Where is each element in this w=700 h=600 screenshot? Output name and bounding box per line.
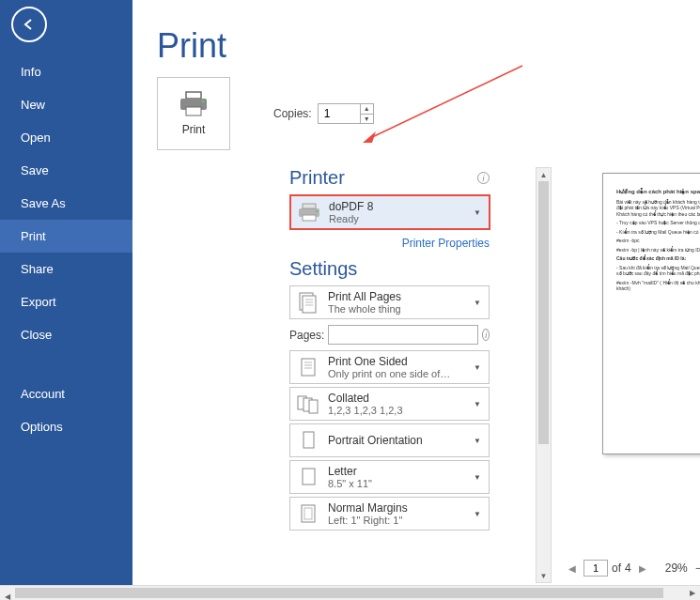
margins-icon [296, 501, 320, 526]
page-number-input[interactable] [583, 560, 608, 577]
nav-open[interactable]: Open [0, 121, 132, 154]
chevron-down-icon: ▼ [472, 437, 483, 445]
setting-paper-size[interactable]: Letter 8.5" x 11" ▼ [289, 460, 490, 494]
next-page-button[interactable]: ▶ [635, 562, 650, 576]
printer-properties-link[interactable]: Printer Properties [402, 237, 490, 250]
print-button[interactable]: Print [157, 77, 230, 150]
scroll-up[interactable]: ▲ [537, 168, 551, 181]
all-pages-icon [296, 290, 320, 315]
nav-export[interactable]: Export [0, 285, 132, 318]
main-panel: Print Print Copies: 1 ▲ ▼ [132, 0, 700, 585]
printer-device-icon [297, 200, 321, 224]
copies-value: 1 [324, 107, 331, 120]
nav-account[interactable]: Account [0, 377, 132, 410]
page-title: Print [157, 26, 700, 66]
total-pages: 4 [625, 562, 631, 575]
print-button-label: Print [182, 123, 206, 136]
nav-options[interactable]: Options [0, 410, 132, 443]
nav: Info New Open Save Save As Print Share E… [0, 55, 132, 443]
scroll-right[interactable]: ▶ [685, 586, 700, 600]
hscroll-thumb[interactable] [15, 588, 663, 598]
scroll-left[interactable]: ◀ [0, 590, 15, 600]
copies-up[interactable]: ▲ [360, 104, 373, 115]
setting-sides[interactable]: Print One Sided Only print on one side o… [289, 350, 490, 384]
svg-rect-11 [303, 296, 316, 313]
zoom-percent: 29% [665, 562, 688, 575]
collated-icon [296, 392, 320, 416]
printer-heading: Printer [289, 167, 345, 189]
nav-info[interactable]: Info [0, 55, 132, 88]
settings-heading: Settings [289, 258, 534, 280]
setting-margins[interactable]: Normal Margins Left: 1" Right: 1" ▼ [289, 497, 490, 531]
back-button[interactable] [11, 7, 47, 42]
svg-rect-21 [309, 400, 318, 413]
printer-selector[interactable]: doPDF 8 Ready ▼ [289, 194, 490, 230]
prev-page-button[interactable]: ◀ [565, 562, 580, 576]
svg-rect-23 [303, 469, 315, 485]
svg-rect-15 [302, 359, 315, 376]
settings-scrollbar[interactable]: ▲ ▼ [536, 167, 552, 583]
nav-print[interactable]: Print [0, 220, 132, 253]
nav-save[interactable]: Save [0, 154, 132, 187]
backstage-sidebar: Info New Open Save Save As Print Share E… [0, 0, 132, 585]
setting-collation[interactable]: Collated 1,2,3 1,2,3 1,2,3 ▼ [289, 387, 490, 421]
copies-spinner[interactable]: 1 ▲ ▼ [318, 103, 374, 124]
chevron-down-icon: ▼ [472, 363, 483, 372]
pages-label: Pages: [289, 329, 324, 342]
svg-rect-25 [304, 508, 312, 519]
svg-rect-22 [303, 432, 314, 448]
svg-rect-7 [303, 204, 316, 208]
printer-name: doPDF 8 [329, 200, 464, 213]
chevron-down-icon: ▼ [472, 473, 483, 482]
printer-status: Ready [329, 213, 464, 224]
zoom-out-button[interactable]: − [692, 561, 700, 576]
letter-icon [296, 465, 320, 489]
setting-print-range[interactable]: Print All Pages The whole thing ▼ [289, 285, 490, 319]
nav-save-as[interactable]: Save As [0, 187, 132, 220]
copies-down[interactable]: ▼ [360, 115, 373, 124]
svg-rect-2 [186, 107, 201, 115]
svg-point-9 [316, 210, 318, 212]
printer-info-icon[interactable]: i [477, 172, 490, 184]
svg-rect-0 [186, 92, 201, 99]
scroll-down[interactable]: ▼ [537, 569, 551, 582]
printer-icon [178, 91, 210, 117]
svg-point-3 [202, 100, 205, 103]
chevron-down-icon: ▼ [472, 510, 483, 518]
svg-rect-8 [303, 215, 316, 221]
nav-close[interactable]: Close [0, 318, 132, 351]
pages-info-icon[interactable]: i [482, 329, 490, 341]
nav-new[interactable]: New [0, 88, 132, 121]
pages-input[interactable] [328, 325, 478, 345]
one-sided-icon [296, 355, 320, 379]
portrait-icon [296, 428, 320, 453]
scroll-thumb[interactable] [538, 181, 549, 444]
preview-status-bar: ◀ of 4 ▶ 29% − + ⤢ [565, 557, 696, 579]
horizontal-scrollbar[interactable]: ◀ ▶ [0, 585, 700, 600]
preview-page: Hướng dẫn cách phát hiện spam mail với E… [602, 173, 700, 454]
chevron-down-icon: ▼ [472, 400, 483, 408]
chevron-down-icon: ▼ [472, 299, 483, 307]
chevron-down-icon: ▼ [472, 208, 483, 217]
page-of-label: of [612, 562, 621, 575]
nav-share[interactable]: Share [0, 253, 132, 285]
print-preview: Hướng dẫn cách phát hiện spam mail với E… [565, 160, 700, 555]
copies-label: Copies: [273, 107, 312, 120]
setting-orientation[interactable]: Portrait Orientation ▼ [289, 423, 490, 457]
